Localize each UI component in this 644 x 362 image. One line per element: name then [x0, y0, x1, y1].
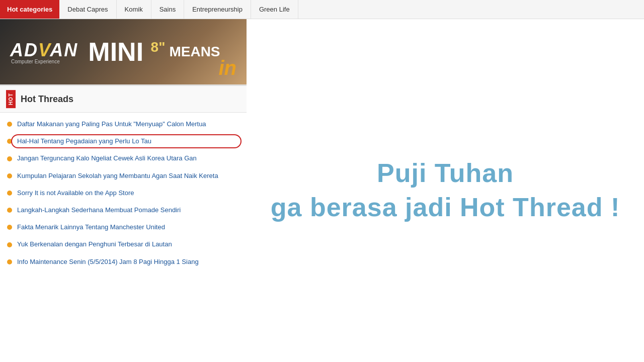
thread-link[interactable]: Sorry It is not Available on the App Sto…	[17, 189, 134, 198]
hot-threads-section: HOT Hot Threads Daftar Makanan yang Pali…	[0, 84, 247, 274]
nav-item-sains[interactable]: Sains	[151, 0, 185, 19]
thread-link[interactable]: Fakta Menarik Lainnya Tentang Manchester…	[17, 223, 165, 232]
nav-hot-categories[interactable]: Hot categories	[0, 0, 59, 19]
thread-item[interactable]: Yuk Berkenalan dengan Penghuni Terbesar …	[0, 236, 247, 253]
thread-item[interactable]: Langkah-Langkah Sederhana Membuat Pomade…	[0, 202, 247, 219]
thread-item[interactable]: Sorry It is not Available on the App Sto…	[0, 185, 247, 202]
banner: ADVAN Computer Experience MINI 8" MEANS …	[0, 19, 247, 84]
thread-bullet-icon	[7, 225, 12, 230]
thread-bullet-icon	[7, 191, 12, 196]
nav-bar: Hot categories Debat Capres Komik Sains …	[0, 0, 644, 19]
thread-bullet-icon	[7, 208, 12, 213]
thread-link[interactable]: Langkah-Langkah Sederhana Membuat Pomade…	[17, 206, 181, 215]
banner-brand-block: ADVAN Computer Experience	[10, 40, 78, 64]
thread-bullet-icon	[7, 122, 12, 127]
left-panel: ADVAN Computer Experience MINI 8" MEANS …	[0, 19, 247, 362]
banner-size: MINI 8"	[88, 39, 165, 65]
thread-item[interactable]: Info Maintenance Senin (5/5/2014) Jam 8 …	[0, 253, 247, 270]
hot-threads-header: HOT Hot Threads	[0, 86, 247, 113]
thread-link[interactable]: Yuk Berkenalan dengan Penghuni Terbesar …	[17, 240, 172, 249]
thread-link[interactable]: Jangan Terguncang Kalo Ngeliat Cewek Asl…	[17, 154, 197, 163]
big-message-line1: Puji Tuhan	[271, 156, 620, 191]
thread-item[interactable]: Hal-Hal Tentang Pegadaian yang Perlu Lo …	[0, 133, 247, 150]
thread-bullet-icon	[7, 173, 12, 178]
nav-item-debat[interactable]: Debat Capres	[59, 0, 116, 19]
thread-bullet-icon	[7, 259, 12, 264]
right-panel: Puji Tuhan ga berasa jadi Hot Thread !	[247, 19, 644, 362]
banner-brand: ADVAN	[10, 40, 78, 61]
thread-item[interactable]: Daftar Makanan yang Paling Pas Untuk "Me…	[0, 116, 247, 133]
thread-bullet-icon	[7, 156, 12, 161]
thread-item[interactable]: Kumpulan Pelajaran Sekolah yang Membantu…	[0, 167, 247, 185]
nav-item-entrepreneurship[interactable]: Entrepreneurship	[184, 0, 251, 19]
nav-item-komik[interactable]: Komik	[117, 0, 151, 19]
banner-means: MEANS	[169, 44, 220, 60]
thread-list: Daftar Makanan yang Paling Pas Untuk "Me…	[0, 113, 247, 274]
thread-link[interactable]: Kumpulan Pelajaran Sekolah yang Membantu…	[17, 171, 218, 180]
big-message-line2: ga berasa jadi Hot Thread !	[271, 191, 620, 225]
nav-item-greenlife[interactable]: Green Life	[251, 0, 298, 19]
thread-item[interactable]: Fakta Menarik Lainnya Tentang Manchester…	[0, 219, 247, 236]
thread-bullet-icon	[7, 242, 12, 247]
banner-in: in	[218, 57, 236, 79]
thread-bullet-icon	[7, 139, 12, 144]
thread-link[interactable]: Info Maintenance Senin (5/5/2014) Jam 8 …	[17, 257, 199, 266]
thread-item[interactable]: Jangan Terguncang Kalo Ngeliat Cewek Asl…	[0, 150, 247, 167]
hot-badge: HOT	[6, 90, 16, 108]
thread-link[interactable]: Hal-Hal Tentang Pegadaian yang Perlu Lo …	[17, 137, 151, 146]
thread-link[interactable]: Daftar Makanan yang Paling Pas Untuk "Me…	[17, 120, 206, 129]
big-message: Puji Tuhan ga berasa jadi Hot Thread !	[271, 156, 620, 224]
hot-threads-title: Hot Threads	[21, 94, 73, 105]
